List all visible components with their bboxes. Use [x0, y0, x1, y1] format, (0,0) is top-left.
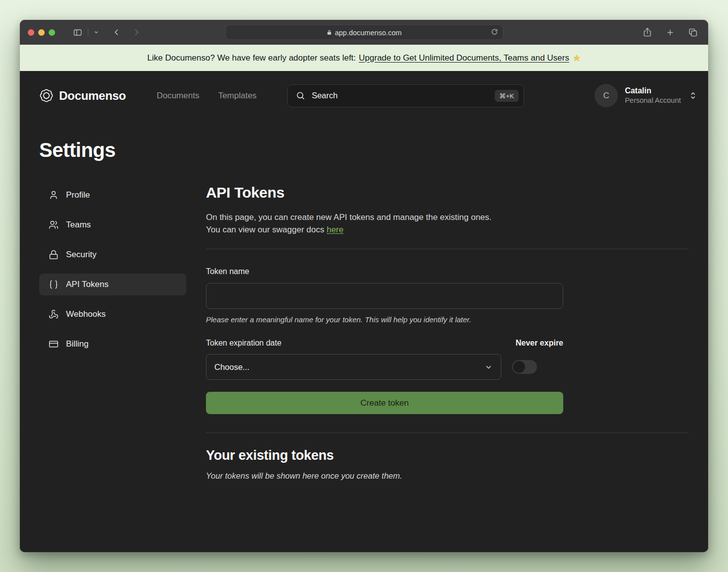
token-name-label: Token name [206, 267, 563, 276]
divider [206, 249, 689, 249]
titlebar-right-icons [641, 25, 699, 39]
expiration-selected-value: Choose... [214, 362, 250, 372]
settings-page: Settings Profile Teams Security [20, 139, 708, 481]
credit-card-icon [49, 339, 59, 349]
search-icon [296, 91, 305, 100]
upgrade-link[interactable]: Upgrade to Get Unlimited Documents, Team… [359, 53, 569, 63]
sidebar-item-label: Security [66, 250, 96, 260]
sidebar-item-label: Webhooks [66, 309, 106, 319]
lock-icon [49, 250, 59, 260]
description-line1: On this page, you can create new API tok… [206, 213, 492, 222]
search-input[interactable]: Search ⌘+K [287, 84, 524, 107]
address-bar[interactable]: app.documenso.com [225, 25, 503, 40]
browser-titlebar: app.documenso.com [20, 20, 708, 45]
sidebar-item-label: Teams [66, 220, 91, 230]
nav-documents[interactable]: Documents [157, 91, 199, 101]
sidebar-item-label: Billing [66, 339, 88, 349]
page-title: Settings [39, 139, 689, 161]
sidebar-item-webhooks[interactable]: Webhooks [39, 303, 186, 325]
toggle-knob [513, 361, 525, 373]
sidebar-item-teams[interactable]: Teams [39, 214, 186, 236]
upgrade-banner: Like Documenso? We have few early adopte… [20, 45, 708, 71]
avatar: C [595, 84, 618, 107]
traffic-lights [28, 29, 55, 36]
reload-icon[interactable] [491, 28, 498, 36]
token-name-help: Please enter a meaningful name for your … [206, 315, 563, 324]
account-menu[interactable]: C Catalin Personal Account [595, 84, 697, 107]
tab-overview-icon[interactable] [686, 25, 699, 39]
existing-tokens-empty-text: Your tokens will be shown here once you … [206, 471, 689, 481]
never-expire-toggle[interactable] [512, 360, 537, 374]
account-type: Personal Account [625, 96, 681, 105]
chevron-down-icon [484, 363, 493, 371]
sidebar-item-label: Profile [66, 190, 90, 200]
brand[interactable]: Documenso [39, 88, 126, 103]
documenso-logo-icon [39, 88, 54, 103]
expiration-select[interactable]: Choose... [206, 354, 501, 380]
create-token-button[interactable]: Create token [206, 392, 563, 414]
sidebar-item-profile[interactable]: Profile [39, 184, 186, 206]
existing-tokens-heading: Your existing tokens [206, 448, 689, 463]
url-text: app.documenso.com [335, 28, 402, 36]
new-tab-icon[interactable] [663, 25, 676, 39]
api-tokens-panel: API Tokens On this page, you can create … [206, 184, 689, 481]
star-icon: ★ [573, 53, 581, 64]
create-token-form: Token name Please enter a meaningful nam… [206, 267, 563, 414]
brand-name: Documenso [59, 89, 126, 103]
webhook-icon [49, 309, 59, 319]
titlebar-nav-icons [70, 25, 144, 39]
close-window-button[interactable] [28, 29, 34, 36]
search-shortcut-badge: ⌘+K [495, 90, 519, 102]
token-name-input[interactable] [206, 283, 563, 309]
never-expire-label: Never expire [516, 339, 563, 348]
user-icon [49, 190, 59, 200]
chevrons-up-down-icon [689, 91, 697, 100]
share-icon[interactable] [641, 25, 654, 39]
forward-button[interactable] [129, 25, 144, 39]
sidebar-item-label: API Tokens [66, 280, 109, 289]
chevron-down-icon[interactable] [91, 25, 101, 39]
sidebar-item-billing[interactable]: Billing [39, 333, 186, 355]
swagger-docs-link[interactable]: here [327, 225, 343, 234]
users-icon [49, 220, 59, 230]
documenso-app: Documenso Documents Templates Search ⌘+K… [20, 71, 708, 552]
divider [206, 432, 689, 433]
banner-text: Like Documenso? We have few early adopte… [147, 53, 356, 63]
lock-icon [327, 29, 332, 35]
sidebar-item-security[interactable]: Security [39, 244, 186, 266]
titlebar-divider [88, 28, 88, 36]
braces-icon [49, 280, 59, 289]
zoom-window-button[interactable] [49, 29, 55, 36]
section-heading: API Tokens [206, 184, 689, 201]
sidebar-item-api-tokens[interactable]: API Tokens [39, 274, 186, 295]
section-description: On this page, you can create new API tok… [206, 211, 689, 236]
app-header: Documenso Documents Templates Search ⌘+K… [20, 71, 708, 120]
minimize-window-button[interactable] [38, 29, 45, 36]
sidebar-toggle-icon[interactable] [70, 25, 85, 39]
primary-nav: Documents Templates [157, 91, 257, 101]
account-text: Catalin Personal Account [625, 86, 681, 105]
search-placeholder: Search [312, 91, 495, 100]
back-button[interactable] [109, 25, 124, 39]
description-line2: You can view our swagger docs [206, 225, 324, 234]
nav-templates[interactable]: Templates [218, 91, 257, 101]
expiration-label: Token expiration date [206, 339, 281, 348]
browser-window: app.documenso.com Like Documenso? We hav… [20, 20, 708, 552]
account-name: Catalin [625, 86, 681, 96]
settings-sidebar: Profile Teams Security API Tokens [39, 184, 186, 481]
